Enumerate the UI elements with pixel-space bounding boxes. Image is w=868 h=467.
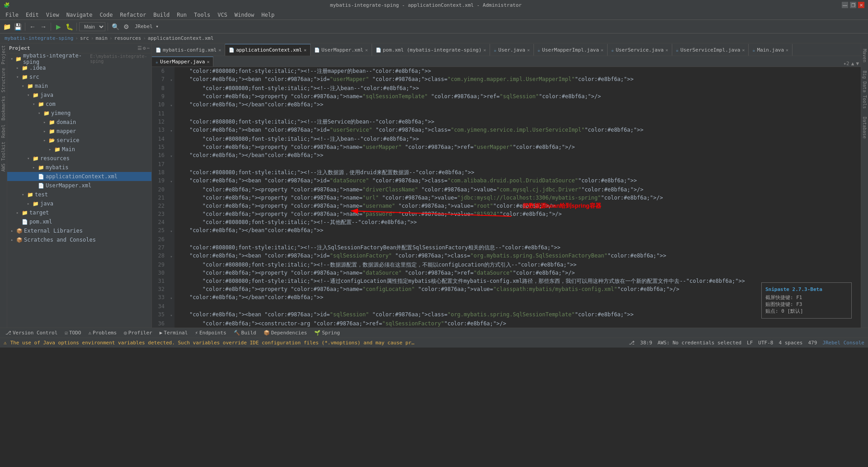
tab-close-1[interactable]: ✕ — [304, 48, 307, 52]
tab-close-5[interactable]: ✕ — [601, 48, 604, 52]
fold-30[interactable] — [168, 269, 175, 277]
line-content-14[interactable]: "color:#808080;font-style:italic;"><!--注… — [175, 135, 861, 143]
tab-close-7[interactable]: ✕ — [742, 48, 745, 52]
minimize-button[interactable]: — — [842, 2, 848, 8]
bottom-tab-problems[interactable]: ⚠Problems — [85, 328, 120, 338]
tab-7[interactable]: ☕UserServiceImpl.java✕ — [672, 44, 749, 56]
structure-panel-label[interactable]: Structure — [0, 66, 7, 94]
tree-item-10[interactable]: ▸📁Main — [7, 145, 151, 154]
code-scroll[interactable]: 6 "color:#808080;font-style:italic;"><!-… — [152, 67, 861, 328]
tree-item-8[interactable]: ▸📁mapper — [7, 127, 151, 136]
tab-0[interactable]: 📄mybatis-config.xml✕ — [152, 44, 225, 56]
line-content-29[interactable]: "color:#808080;font-style:italic;"><!--数… — [175, 261, 861, 269]
menu-item-help[interactable]: Help — [258, 11, 278, 19]
line-content-30[interactable]: "color:#e8bf6a;"><property "color:#9876a… — [175, 269, 861, 277]
bottom-tab-version-control[interactable]: ⎇Version Control — [2, 328, 61, 338]
close-button[interactable]: ✕ — [858, 2, 864, 8]
bottom-tab-spring[interactable]: 🌱Spring — [311, 328, 344, 338]
line-content-32[interactable]: "color:#e8bf6a;"><property "color:#9876a… — [175, 285, 861, 293]
line-content-10[interactable]: "color:#e8bf6a;"></bean"color:#e8bf6a;">… — [175, 100, 861, 110]
fold-11[interactable] — [168, 110, 175, 118]
menu-item-refactor[interactable]: Refactor — [116, 11, 150, 19]
menu-item-window[interactable]: Window — [231, 11, 258, 19]
bottom-tab-build[interactable]: 🔨Build — [230, 328, 260, 338]
line-content-12[interactable]: "color:#808080;font-style:italic;"><!--注… — [175, 118, 861, 126]
bottom-tab-endpoints[interactable]: ⚡Endpoints — [191, 328, 230, 338]
bottom-tab-dependencies[interactable]: 📦Dependencies — [260, 328, 311, 338]
bottom-tab-terminal[interactable]: ▶Terminal — [156, 328, 192, 338]
tab-close-0[interactable]: ✕ — [218, 48, 221, 52]
toolbar-file-btn[interactable]: 📁 — [2, 22, 12, 32]
sidebar-icon-3[interactable]: − — [146, 45, 150, 51]
tree-item-6[interactable]: ▾📁yimeng — [7, 109, 151, 118]
line-content-34[interactable] — [175, 302, 861, 310]
fold-22[interactable] — [168, 202, 175, 210]
maximize-button[interactable]: ❐ — [850, 2, 856, 8]
status-position[interactable]: 38:9 — [640, 340, 652, 346]
tree-item-19[interactable]: ▸📦External Libraries — [7, 226, 151, 235]
line-content-17[interactable] — [175, 160, 861, 168]
line-content-35[interactable]: "color:#e8bf6a;"><bean "color:#9876aa;">… — [175, 310, 861, 319]
fold-33[interactable]: ▾ — [168, 293, 175, 302]
bottom-tab-todo[interactable]: ☑TODO — [61, 328, 85, 338]
toolbar-back-btn[interactable]: ← — [28, 22, 38, 32]
fold-27[interactable] — [168, 243, 175, 252]
breadcrumb-part-1[interactable]: mybatis-integrate-sping — [5, 35, 73, 41]
menu-item-build[interactable]: Build — [150, 11, 173, 19]
line-content-25[interactable]: "color:#e8bf6a;"></bean"color:#e8bf6a;">… — [175, 226, 861, 235]
menu-item-file[interactable]: File — [2, 11, 22, 19]
tree-item-12[interactable]: ▸📁mybatis — [7, 163, 151, 172]
fold-10[interactable]: ▾ — [168, 100, 175, 110]
tree-item-20[interactable]: ▸📦Scratches and Consoles — [7, 235, 151, 244]
expand-btn[interactable]: ▲ — [851, 61, 854, 67]
fold-18[interactable] — [168, 168, 175, 176]
status-warning-text[interactable]: The use of Java options environment vari… — [10, 340, 417, 346]
fold-13[interactable]: ▾ — [168, 126, 175, 135]
tab-1[interactable]: 📄applicationContext.xml✕ — [225, 44, 311, 56]
bottom-tab-profiler[interactable]: ◎Profiler — [120, 328, 156, 338]
line-content-22[interactable]: "color:#e8bf6a;"><property "color:#9876a… — [175, 202, 861, 210]
fold-7[interactable]: ▾ — [168, 75, 175, 84]
tab-8[interactable]: ☕Main.java✕ — [749, 44, 793, 56]
line-content-7[interactable]: "color:#e8bf6a;"><bean "color:#9876aa;">… — [175, 75, 861, 84]
line-content-18[interactable]: "color:#808080;font-style:italic;"><!--注… — [175, 168, 861, 176]
tree-item-13[interactable]: 📄applicationContext.xml — [7, 172, 151, 181]
line-content-19[interactable]: "color:#e8bf6a;"><bean "color:#9876aa;">… — [175, 176, 861, 186]
tree-item-15[interactable]: ▾📁test — [7, 190, 151, 199]
tree-item-18[interactable]: 📄pom.xml — [7, 217, 151, 226]
toolbar-forward-btn[interactable]: → — [38, 22, 48, 32]
fold-6[interactable] — [168, 67, 175, 75]
tab-5[interactable]: ☕UserMapperImpl.java✕ — [534, 44, 608, 56]
sidebar-header-icons[interactable]: ☰ ⚙ − — [137, 45, 150, 51]
tab-usermapper-close[interactable]: ✕ — [207, 59, 209, 64]
menu-item-view[interactable]: View — [42, 11, 63, 19]
line-content-20[interactable]: "color:#e8bf6a;"><property "color:#9876a… — [175, 186, 861, 194]
line-content-8[interactable]: "color:#808080;font-style:italic;"><!--注… — [175, 84, 861, 92]
menu-item-edit[interactable]: Edit — [22, 11, 42, 19]
line-content-26[interactable] — [175, 235, 861, 243]
tab-3[interactable]: 📄pom.xml (mybatis-integrate-sping)✕ — [372, 44, 491, 56]
fold-9[interactable] — [168, 92, 175, 100]
fold-34[interactable] — [168, 302, 175, 310]
fold-15[interactable] — [168, 143, 175, 151]
tree-item-2[interactable]: ▾📁src — [7, 72, 151, 81]
tab-6[interactable]: ☕UserService.java✕ — [608, 44, 672, 56]
fold-35[interactable]: ▾ — [168, 310, 175, 319]
line-content-11[interactable] — [175, 110, 861, 118]
collapse-btn[interactable]: ▼ — [856, 61, 859, 67]
line-content-36[interactable]: "color:#e8bf6a;"><constructor-arg "color… — [175, 319, 861, 328]
fold-19[interactable]: ▾ — [168, 176, 175, 186]
jrebel-btn[interactable]: JRebel ▾ — [132, 24, 161, 29]
tree-item-0[interactable]: ▾📁mybatis-integrate-spingE:\mybatis-inte… — [7, 54, 151, 63]
fold-31[interactable] — [168, 277, 175, 285]
tab-usermapper-java[interactable]: ☕ UserMapper.java ✕ — [152, 57, 213, 67]
fold-24[interactable] — [168, 218, 175, 226]
fold-17[interactable] — [168, 160, 175, 168]
toolbar-settings-btn[interactable]: ⚙ — [121, 22, 131, 32]
line-content-15[interactable]: "color:#e8bf6a;"><property "color:#9876a… — [175, 143, 861, 151]
fold-16[interactable]: ▾ — [168, 151, 175, 160]
breadcrumb-part-2[interactable]: src — [80, 35, 89, 41]
fold-8[interactable] — [168, 84, 175, 92]
fold-36[interactable] — [168, 319, 175, 328]
status-aws[interactable]: AWS: No credentials selected — [658, 340, 741, 346]
